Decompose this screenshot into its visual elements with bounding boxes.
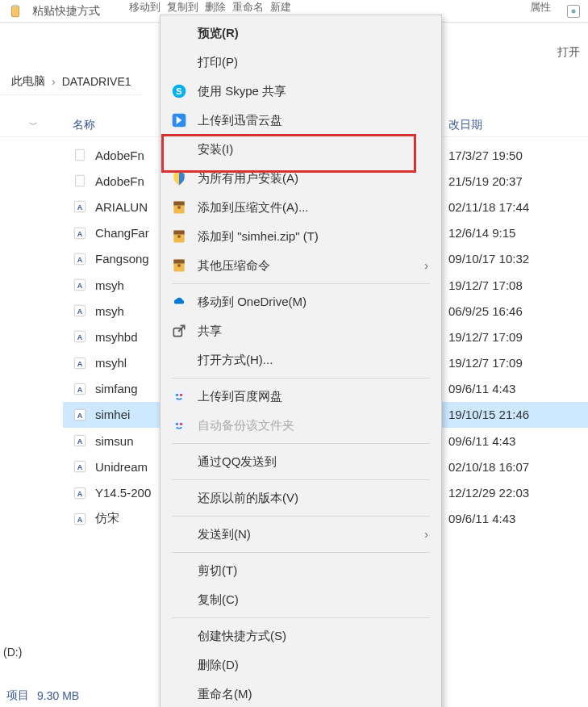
file-date: 02/10/18 16:07 [448, 460, 529, 474]
menu-separator [172, 378, 430, 379]
font-file-icon: A [73, 226, 87, 241]
properties-label[interactable]: 属性 [530, 0, 551, 15]
file-date: 09/6/11 4:43 [448, 512, 515, 525]
menu-icon-placeholder [170, 656, 188, 674]
svg-text:A: A [77, 307, 83, 316]
font-file-icon: A [73, 459, 87, 474]
move-to-button[interactable]: 移动到 [129, 0, 161, 15]
rename-button[interactable]: 重命名 [232, 0, 264, 15]
delete-button[interactable]: 删除 [205, 0, 226, 15]
menu-item-label: 剪切(T) [198, 563, 428, 579]
column-name[interactable]: 名称 [73, 118, 95, 132]
open-label[interactable]: 打开 [557, 45, 588, 60]
font-file-icon: A [73, 408, 87, 422]
menu-item[interactable]: 预览(R) [162, 19, 440, 48]
svg-rect-36 [173, 202, 184, 206]
svg-text:A: A [77, 333, 83, 341]
menu-item-label: 复制(C) [198, 592, 428, 608]
menu-icon-placeholder [170, 525, 188, 543]
breadcrumb-this-pc[interactable]: 此电脑 [11, 74, 45, 89]
font-file-icon: A [73, 329, 87, 344]
file-date: 19/12/7 17:09 [448, 330, 523, 344]
menu-item[interactable]: 安装(I) [162, 135, 440, 164]
chevron-down-icon[interactable]: ﹀ [29, 119, 38, 131]
menu-item[interactable]: 打印(P) [162, 48, 440, 77]
status-size: 9.30 MB [37, 689, 79, 702]
svg-text:A: A [77, 515, 83, 523]
menu-item[interactable]: 剪切(T) [162, 556, 440, 585]
menu-item[interactable]: 发送到(N)› [162, 520, 440, 549]
svg-text:A: A [77, 386, 83, 394]
breadcrumb-drive[interactable]: DATADRIVE1 [62, 75, 131, 88]
menu-item[interactable]: 通过QQ发送到 [162, 447, 440, 476]
menu-item-label: 上传到百度网盘 [198, 389, 428, 404]
paste-icon [8, 4, 23, 19]
svg-rect-40 [177, 235, 180, 237]
svg-point-45 [173, 390, 186, 404]
file-date: 12/12/29 22:03 [448, 486, 529, 500]
paste-shortcut-label[interactable]: 粘贴快捷方式 [32, 4, 100, 19]
ribbon-right [559, 0, 588, 23]
menu-item[interactable]: 创建快捷方式(S) [162, 621, 440, 651]
menu-item[interactable]: 上传到百度网盘 [162, 382, 440, 411]
chevron-right-icon: › [424, 259, 428, 272]
svg-text:A: A [77, 489, 83, 497]
menu-icon-placeholder [170, 53, 188, 71]
sidebar-drive-label[interactable]: (D:) [0, 646, 44, 659]
svg-text:A: A [77, 463, 83, 471]
file-date: 19/10/15 21:46 [448, 408, 529, 421]
menu-item[interactable]: 打开方式(H)... [162, 345, 440, 374]
properties-icon [565, 3, 582, 19]
svg-rect-42 [173, 260, 184, 264]
menu-item-label: 上传到迅雷云盘 [198, 113, 428, 128]
font-file-icon: A [73, 382, 87, 396]
menu-item[interactable]: 为所有用户安装(A) [162, 164, 440, 193]
font-file-icon: A [73, 278, 87, 292]
svg-point-49 [176, 423, 178, 425]
shield-icon [170, 169, 188, 187]
column-date[interactable]: 改日期 [448, 118, 482, 132]
menu-item[interactable]: 其他压缩命令› [162, 251, 440, 280]
breadcrumb[interactable]: 此电脑 › DATADRIVE1 [0, 68, 143, 95]
chevron-right-icon: › [52, 75, 56, 88]
svg-text:A: A [77, 412, 83, 420]
file-date: 02/11/18 17:44 [448, 200, 529, 214]
menu-item-label: 预览(R) [198, 26, 428, 41]
menu-item[interactable]: 添加到压缩文件(A)... [162, 193, 440, 222]
file-icon [73, 148, 87, 162]
skype-icon: S [170, 82, 188, 100]
copy-to-button[interactable]: 复制到 [167, 0, 198, 15]
file-date: 21/5/19 20:37 [448, 174, 523, 188]
menu-item-label: 通过QQ发送到 [198, 454, 428, 470]
menu-item: 自动备份该文件夹 [162, 411, 440, 440]
menu-separator [172, 617, 430, 618]
share-icon [170, 322, 188, 340]
menu-icon-placeholder [170, 453, 188, 471]
menu-item[interactable]: 上传到迅雷云盘 [162, 106, 440, 135]
archive-icon [170, 199, 188, 216]
font-file-icon: A [73, 512, 87, 526]
menu-item[interactable]: S使用 Skype 共享 [162, 77, 440, 106]
menu-item[interactable]: 还原以前的版本(V) [162, 483, 440, 512]
menu-item[interactable]: 移动到 OneDrive(M) [162, 287, 440, 316]
svg-rect-4 [76, 149, 85, 161]
chevron-right-icon: › [424, 528, 428, 541]
menu-item[interactable]: 复制(C) [162, 585, 440, 614]
font-file-icon: A [73, 433, 87, 448]
svg-text:A: A [77, 437, 83, 446]
menu-item-label: 还原以前的版本(V) [198, 491, 428, 506]
menu-item-label: 移动到 OneDrive(M) [198, 295, 428, 310]
svg-point-50 [180, 423, 182, 425]
new-button[interactable]: 新建 [270, 0, 291, 15]
menu-item-label: 删除(D) [198, 658, 428, 673]
menu-item[interactable]: 共享 [162, 316, 440, 345]
menu-icon-placeholder [170, 351, 188, 369]
svg-text:S: S [176, 86, 182, 96]
svg-rect-5 [76, 176, 85, 187]
menu-item[interactable]: 添加到 "simhei.zip" (T) [162, 222, 440, 251]
font-file-icon: A [73, 252, 87, 266]
svg-text:A: A [77, 359, 83, 367]
menu-item[interactable]: 删除(D) [162, 651, 440, 680]
svg-point-47 [180, 394, 182, 396]
menu-item-label: 添加到压缩文件(A)... [198, 200, 428, 215]
